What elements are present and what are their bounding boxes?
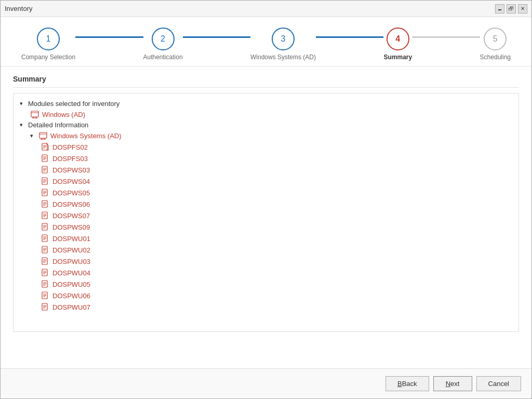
node-label-10: DOSPWU03 (52, 258, 90, 265)
chevron-modules: ▾ (20, 100, 26, 107)
node-label-9: DOSPWU02 (52, 246, 90, 254)
node-item-1: DOSPFS03 (20, 153, 512, 164)
step-label-3: Windows Systems (AD) (250, 54, 316, 61)
detailed-windows-icon (38, 131, 48, 140)
close-button[interactable]: ✕ (518, 4, 527, 14)
node-item-4: DOSPWS05 (20, 187, 512, 198)
node-label-8: DOSPWU01 (52, 235, 90, 243)
node-item-9: DOSPWU02 (20, 244, 512, 256)
modules-windows-ad-item: Windows (AD) (20, 109, 512, 120)
node-item-5: DOSPWS06 (20, 198, 512, 210)
node-item-0: DOSPFS02 (20, 141, 512, 153)
title-bar: Inventory 🗕 🗗 ✕ (1, 1, 531, 17)
node-icon-5 (41, 200, 50, 209)
modules-windows-label: Windows (AD) (42, 111, 85, 118)
back-button[interactable]: BBackBack (385, 376, 429, 391)
minimize-button[interactable]: 🗕 (495, 4, 504, 14)
node-icon-14 (41, 302, 50, 312)
node-item-14: DOSPWU07 (20, 301, 512, 313)
step-circle-1: 1 (37, 28, 60, 50)
node-item-6: DOSPWS07 (20, 210, 512, 221)
node-item-8: DOSPWU01 (20, 233, 512, 244)
maximize-button[interactable]: 🗗 (507, 4, 516, 14)
node-icon-9 (41, 245, 50, 255)
node-label-14: DOSPWU07 (52, 303, 90, 311)
node-icon-2 (41, 165, 50, 175)
node-icon-13 (41, 291, 50, 300)
detailed-group-label: Detailed Information (28, 121, 88, 129)
node-label-3: DOSPWS04 (52, 178, 90, 185)
detailed-windows-ad-group: ▾ Windows Systems (AD) (20, 130, 512, 141)
windows-ad-icon (30, 110, 39, 119)
detailed-group: ▾ Detailed Information (20, 120, 512, 130)
node-item-12: DOSPWU05 (20, 278, 512, 290)
node-icon-1 (41, 154, 50, 163)
node-item-7: DOSPWS09 (20, 221, 512, 233)
node-label-7: DOSPWS09 (52, 223, 90, 231)
window-title: Inventory (5, 5, 32, 12)
wizard-steps: 1 Company Selection 2 Authentication 3 W… (1, 17, 531, 66)
step-line-2-3 (183, 36, 250, 38)
node-icon-11 (41, 268, 50, 277)
node-label-6: DOSPWS07 (52, 212, 90, 220)
chevron-detailed-sub: ▾ (30, 132, 36, 139)
node-icon-7 (41, 222, 50, 232)
next-button[interactable]: Next (433, 376, 472, 391)
modules-group: ▾ Modules selected for inventory (20, 99, 512, 109)
node-item-10: DOSPWU03 (20, 256, 512, 267)
step-circle-3: 3 (272, 28, 295, 50)
node-icon-8 (41, 234, 50, 243)
node-item-13: DOSPWU06 (20, 290, 512, 301)
node-label-11: DOSPWU04 (52, 269, 90, 277)
detailed-windows-label: Windows Systems (AD) (50, 132, 122, 140)
node-label-4: DOSPWS05 (52, 189, 90, 197)
node-label-12: DOSPWU05 (52, 281, 90, 288)
node-item-11: DOSPWU04 (20, 267, 512, 278)
wizard-step-3[interactable]: 3 Windows Systems (AD) (250, 28, 316, 61)
step-circle-4: 4 (387, 28, 409, 50)
node-icon-4 (41, 188, 50, 197)
wizard-step-2[interactable]: 2 Authentication (143, 28, 183, 61)
svg-rect-5 (39, 132, 47, 138)
node-icon-12 (41, 280, 50, 289)
modules-group-label: Modules selected for inventory (28, 100, 119, 108)
node-label-13: DOSPWU06 (52, 292, 90, 300)
step-circle-5: 5 (484, 28, 507, 50)
svg-rect-0 (31, 111, 38, 117)
node-label-1: DOSPFS03 (52, 155, 88, 163)
node-icon-0 (41, 142, 50, 152)
wizard-step-5[interactable]: 5 Scheduling (480, 28, 511, 61)
wizard-step-1[interactable]: 1 Company Selection (21, 28, 75, 61)
tree-area: ▾ Modules selected for inventory (13, 93, 519, 332)
step-label-2: Authentication (143, 54, 183, 61)
window-content: 1 Company Selection 2 Authentication 3 W… (1, 17, 531, 398)
node-item-3: DOSPWS04 (20, 176, 512, 187)
node-icon-10 (41, 257, 50, 266)
node-label-2: DOSPWS03 (52, 166, 90, 174)
window-controls: 🗕 🗗 ✕ (495, 4, 527, 14)
node-item-2: DOSPWS03 (20, 164, 512, 176)
node-icon-6 (41, 211, 50, 220)
cancel-button[interactable]: Cancel (476, 376, 521, 391)
wizard-step-4[interactable]: 4 Summary (383, 28, 412, 61)
step-label-1: Company Selection (21, 54, 75, 61)
footer: BBackBack Next Cancel (1, 368, 531, 398)
step-line-1-2 (75, 36, 143, 38)
step-circle-2: 2 (152, 28, 175, 50)
node-icon-3 (41, 177, 50, 186)
step-label-5: Scheduling (480, 54, 511, 61)
node-label-5: DOSPWS06 (52, 201, 90, 208)
step-line-3-4 (316, 36, 383, 38)
main-window: Inventory 🗕 🗗 ✕ 1 Company Selection 2 Au… (0, 0, 532, 399)
chevron-detailed: ▾ (20, 122, 26, 128)
page-content: Summary ▾ Modules selected for inventory (1, 66, 531, 368)
step-label-4: Summary (383, 54, 412, 61)
section-title: Summary (13, 75, 519, 88)
node-label-0: DOSPFS02 (52, 143, 88, 151)
step-line-4-5 (412, 36, 480, 38)
